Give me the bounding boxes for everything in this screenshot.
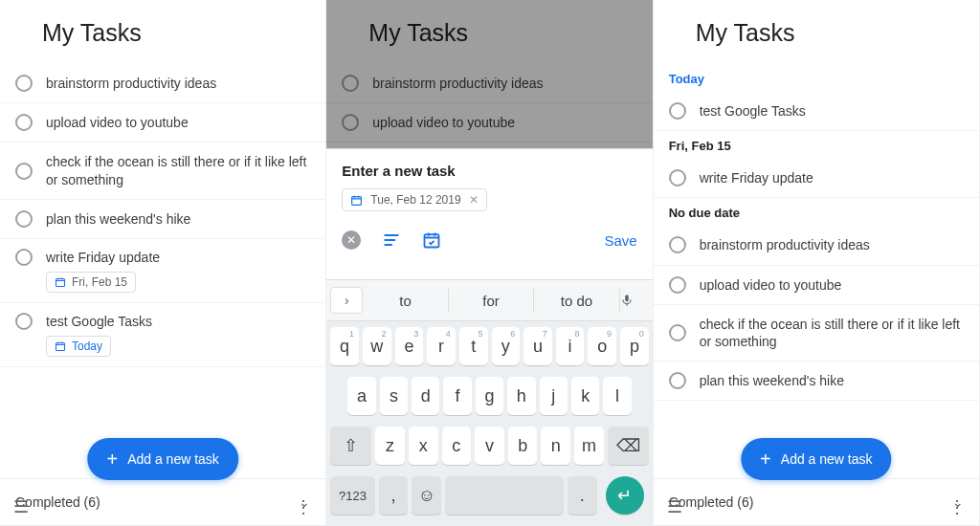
task-radio[interactable] [669, 372, 686, 389]
key-r[interactable]: r4 [427, 327, 456, 365]
new-task-bottom-sheet: Enter a new task Tue, Feb 12 2019 ✕ ✕ Sa [326, 148, 652, 279]
key-d[interactable]: d [412, 377, 439, 415]
key-h[interactable]: h [507, 377, 535, 415]
key-f[interactable]: f [443, 377, 471, 415]
more-icon[interactable]: ⋮ [295, 496, 312, 517]
task-row[interactable]: check if the ocean is still there or if … [654, 305, 979, 362]
save-button[interactable]: Save [604, 232, 636, 249]
svg-rect-2 [352, 196, 362, 205]
key-a[interactable]: a [347, 377, 375, 415]
add-task-button[interactable]: + Add a new task [741, 438, 891, 480]
suggestion[interactable]: to [363, 289, 448, 313]
due-date-chip[interactable]: Today [46, 336, 111, 357]
close-icon[interactable]: ✕ [469, 193, 479, 207]
key-emoji[interactable]: ☺ [412, 476, 441, 515]
task-row[interactable]: plan this weekend's hike [654, 362, 979, 401]
task-text: brainstorm productivity ideas [700, 236, 870, 253]
key-w[interactable]: w2 [363, 327, 391, 365]
task-radio[interactable] [15, 249, 33, 266]
details-icon[interactable] [382, 230, 401, 250]
bottom-bar: ☰ ⋮ [0, 488, 325, 526]
task-radio[interactable] [669, 276, 686, 294]
key-l[interactable]: l [603, 377, 631, 415]
calendar-icon [55, 340, 66, 352]
add-task-label: Add a new task [781, 451, 873, 467]
task-text: check if the ocean is still there or if … [700, 316, 964, 350]
dismiss-button[interactable]: ✕ [342, 230, 361, 250]
task-row[interactable]: check if the ocean is still there or if … [0, 142, 325, 199]
task-row[interactable]: plan this weekend's hike [0, 200, 325, 239]
key-enter[interactable]: ↵ [606, 476, 644, 515]
key-period[interactable]: . [568, 476, 597, 515]
task-row[interactable]: test Google Tasks [654, 92, 979, 131]
key-i[interactable]: i8 [556, 327, 585, 365]
key-q[interactable]: q1 [330, 327, 359, 365]
key-y[interactable]: y6 [492, 327, 521, 365]
task-row[interactable]: test Google TasksToday [0, 303, 325, 367]
key-z[interactable]: z [375, 427, 405, 465]
task-radio[interactable] [669, 236, 686, 253]
key-v[interactable]: v [475, 427, 504, 465]
task-row[interactable]: write Friday updateFri, Feb 15 [0, 239, 325, 303]
key-symbols[interactable]: ?123 [330, 476, 374, 515]
menu-icon[interactable]: ☰ [13, 496, 29, 517]
task-row[interactable]: brainstorm productivity ideas [654, 226, 979, 265]
key-j[interactable]: j [540, 377, 568, 415]
due-date-text: Today [72, 340, 102, 353]
task-radio[interactable] [15, 210, 33, 228]
page-title: My Tasks [654, 0, 979, 64]
pane-basic-list: My Tasks brainstorm productivity ideasup… [0, 0, 326, 526]
due-date-chip[interactable]: Tue, Feb 12 2019 ✕ [342, 188, 486, 211]
key-shift[interactable]: ⇧ [330, 427, 371, 465]
new-task-input[interactable]: Enter a new task [326, 149, 652, 185]
svg-rect-3 [425, 234, 439, 247]
key-p[interactable]: p0 [620, 327, 649, 365]
task-radio[interactable] [15, 313, 33, 330]
key-n[interactable]: n [541, 427, 570, 465]
svg-rect-1 [56, 343, 65, 351]
suggestion[interactable]: for [449, 289, 534, 313]
key-t[interactable]: t5 [459, 327, 488, 365]
task-text: test Google Tasks [46, 313, 310, 330]
key-o[interactable]: o9 [588, 327, 616, 365]
task-list: Todaytest Google TasksFri, Feb 15write F… [654, 64, 979, 478]
task-text: upload video to youtube [700, 276, 842, 294]
add-task-button[interactable]: + Add a new task [87, 438, 237, 480]
key-space[interactable] [445, 476, 563, 515]
key-s[interactable]: s [380, 377, 408, 415]
task-row[interactable]: brainstorm productivity ideas [0, 64, 325, 103]
key-k[interactable]: k [571, 377, 599, 415]
suggestion-bar: › to for to do [326, 279, 652, 321]
scrim-overlay[interactable] [326, 0, 652, 148]
mic-icon[interactable] [620, 292, 653, 309]
task-radio[interactable] [15, 114, 33, 131]
plus-icon: + [760, 449, 771, 469]
key-e[interactable]: e3 [395, 327, 424, 365]
section-header: Fri, Feb 15 [654, 131, 979, 159]
key-b[interactable]: b [508, 427, 538, 465]
more-icon[interactable]: ⋮ [948, 496, 966, 517]
key-m[interactable]: m [574, 427, 604, 465]
task-radio[interactable] [15, 163, 33, 180]
key-c[interactable]: c [442, 427, 472, 465]
task-radio[interactable] [15, 75, 33, 92]
key-x[interactable]: x [409, 427, 438, 465]
key-u[interactable]: u7 [523, 327, 552, 365]
suggestion[interactable]: to do [534, 289, 619, 313]
task-radio[interactable] [669, 324, 686, 341]
task-row[interactable]: write Friday update [654, 159, 979, 198]
task-radio[interactable] [669, 169, 686, 186]
key-backspace[interactable]: ⌫ [608, 427, 649, 465]
due-date-chip[interactable]: Fri, Feb 15 [46, 272, 136, 293]
key-g[interactable]: g [476, 377, 503, 415]
menu-icon[interactable]: ☰ [667, 496, 682, 517]
task-row[interactable]: upload video to youtube [0, 103, 325, 142]
task-radio[interactable] [669, 102, 686, 120]
svg-rect-0 [56, 279, 65, 287]
section-header: No due date [654, 198, 979, 226]
task-list: brainstorm productivity ideasupload vide… [0, 64, 325, 478]
calendar-check-icon[interactable] [422, 230, 441, 250]
expand-suggestions-icon[interactable]: › [330, 287, 363, 314]
key-comma[interactable]: , [379, 476, 409, 515]
task-row[interactable]: upload video to youtube [654, 266, 979, 305]
